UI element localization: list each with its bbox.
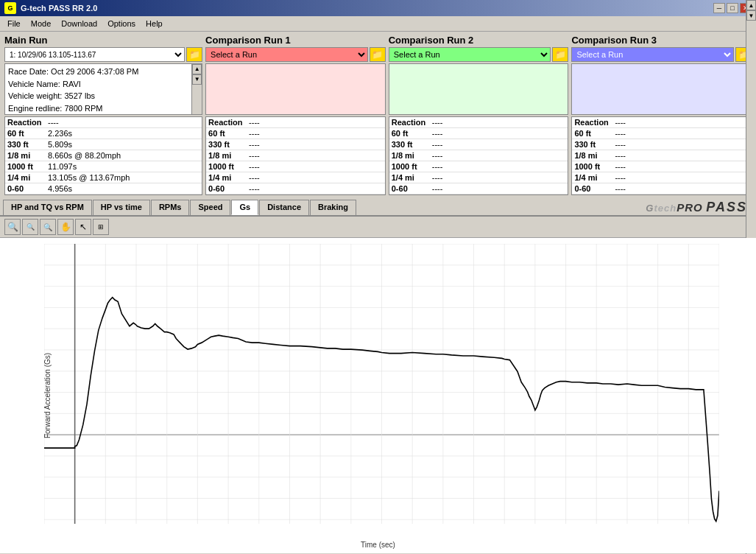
table-row: 1/8 mi---- <box>389 150 568 161</box>
comparison-run-2-folder-button[interactable]: 📁 <box>552 47 568 62</box>
minimize-button[interactable]: ─ <box>713 3 725 13</box>
table-row: 1000 ft---- <box>206 161 385 172</box>
table-row: 330 ft---- <box>206 139 385 150</box>
table-row: 1/4 mi---- <box>206 172 385 183</box>
tab-hp-time[interactable]: HP vs time <box>93 200 150 215</box>
comparison-run-3-stats: Reaction---- 60 ft---- 330 ft---- 1/8 mi… <box>571 116 752 195</box>
table-row: 0-60---- <box>572 183 751 194</box>
menu-file[interactable]: File <box>3 18 25 29</box>
comparison-run-2-dropdown[interactable]: Select a Run <box>389 47 551 62</box>
maximize-button[interactable]: □ <box>727 3 738 13</box>
table-row: 1/4 mi---- <box>389 172 568 183</box>
table-row: 60 ft---- <box>572 128 751 139</box>
main-run-panel: Main Run 1: 10/29/06 13.105-113.67 📁 Rac… <box>4 35 202 195</box>
info-line-5: Fixed shiftpoint: 6000 RPM <box>8 114 199 115</box>
info-line-1: Race Date: Oct 29 2006 4:37:08 PM <box>8 66 199 78</box>
comp3-scroll-up[interactable]: ▲ <box>746 0 756 10</box>
table-row: 1/8 mi---- <box>572 150 751 161</box>
table-row: 1000 ft---- <box>389 161 568 172</box>
title-bar: G G-tech PASS RR 2.0 ─ □ ✕ <box>0 0 756 16</box>
comparison-run-3-title: Comparison Run 3 <box>571 35 752 46</box>
tab-braking[interactable]: Braking <box>310 200 356 215</box>
comparison-run-1-stats: Reaction---- 60 ft---- 330 ft---- 1/8 mi… <box>205 116 386 195</box>
comparison-run-2-panel: Comparison Run 2 Select a Run 📁 ▲ ▼ Reac… <box>389 35 569 195</box>
table-row: 1000 ft11.097s <box>5 161 202 172</box>
x-axis-label: Time (sec) <box>361 541 395 549</box>
comparison-run-1-panel: Comparison Run 1 Select a Run 📁 ▲ ▼ Reac… <box>205 35 386 195</box>
table-row: Reaction---- <box>572 117 751 128</box>
comparison-run-1-selector: Select a Run 📁 <box>205 47 386 62</box>
comparison-run-2-info-box: ▲ ▼ <box>389 63 569 115</box>
tab-bar: HP and TQ vs RPM HP vs time RPMs Speed G… <box>0 198 756 217</box>
menu-bar: File Mode Download Options Help <box>0 16 756 32</box>
main-run-dropdown[interactable]: 1: 10/29/06 13.105-113.67 <box>4 47 185 62</box>
zoom-reset-button[interactable]: 🔍 <box>22 219 38 235</box>
table-row: 60 ft2.236s <box>5 128 202 139</box>
comp3-scroll-down[interactable]: ▼ <box>746 10 756 21</box>
comparison-run-1-dropdown[interactable]: Select a Run <box>205 47 368 62</box>
table-row: Reaction---- <box>206 117 385 128</box>
gtech-logo-text: GtechPRO PASS <box>646 200 747 215</box>
table-row: 1000 ft---- <box>572 161 751 172</box>
table-row: 60 ft---- <box>389 128 568 139</box>
table-row: 0-60---- <box>206 183 385 194</box>
main-content: Main Run 1: 10/29/06 13.105-113.67 📁 Rac… <box>0 32 756 553</box>
cursor-button[interactable]: ↖ <box>75 219 91 235</box>
comparison-run-2-title: Comparison Run 2 <box>389 35 569 46</box>
comparison-run-1-folder-button[interactable]: 📁 <box>370 47 386 62</box>
comparison-run-3-panel: Comparison Run 3 Select a Run 📁 ▲ ▼ Reac… <box>571 35 752 195</box>
table-row: 330 ft---- <box>572 139 751 150</box>
gtech-logo-area: GtechPRO PASS <box>357 200 753 215</box>
comparison-run-1-info-box: ▲ ▼ <box>205 63 386 115</box>
comparison-run-3-selector: Select a Run 📁 <box>571 47 752 62</box>
window-title: G-tech PASS RR 2.0 <box>21 4 97 13</box>
table-row: 1/8 mi8.660s @ 88.20mph <box>5 150 202 161</box>
info-line-4: Engine redline: 7800 RPM <box>8 102 199 115</box>
table-row: 1/4 mi13.105s @ 113.67mph <box>5 172 202 183</box>
info-line-3: Vehicle weight: 3527 lbs <box>8 90 199 102</box>
app-icon: G <box>4 2 16 14</box>
tab-rpms[interactable]: RPMs <box>151 200 190 215</box>
info-scrollbar[interactable]: ▲ ▼ <box>191 64 202 114</box>
info-line-2: Vehicle Name: RAVI <box>8 78 199 91</box>
tab-speed[interactable]: Speed <box>190 200 230 215</box>
comparison-run-1-title: Comparison Run 1 <box>205 35 386 46</box>
tab-hp-tq-rpm[interactable]: HP and TQ vs RPM <box>3 200 92 215</box>
menu-download[interactable]: Download <box>57 18 102 29</box>
info-scroll-up[interactable]: ▲ <box>192 64 202 74</box>
main-run-title: Main Run <box>4 35 202 46</box>
table-row: 0-604.956s <box>5 183 202 194</box>
runs-section: Main Run 1: 10/29/06 13.105-113.67 📁 Rac… <box>0 32 756 198</box>
table-row: 1/4 mi---- <box>572 172 751 183</box>
table-row: 330 ft---- <box>389 139 568 150</box>
chart-area: Forward Acceleration (Gs) Time (sec) <box>0 238 756 553</box>
main-run-info-box: Race Date: Oct 29 2006 4:37:08 PM Vehicl… <box>4 63 202 115</box>
menu-help[interactable]: Help <box>141 18 167 29</box>
table-row: Reaction---- <box>389 117 568 128</box>
chart-svg: 0.90 0.80 0.70 0.60 0.50 0.40 0.30 0.20 … <box>44 244 719 524</box>
comparison-run-2-stats: Reaction---- 60 ft---- 330 ft---- 1/8 mi… <box>389 116 569 195</box>
table-row: 60 ft---- <box>206 128 385 139</box>
main-run-stats: Reaction---- 60 ft2.236s 330 ft5.809s 1/… <box>4 116 202 195</box>
main-run-selector: 1: 10/29/06 13.105-113.67 📁 <box>4 47 202 62</box>
grid-button[interactable]: ⊞ <box>93 219 109 235</box>
info-scroll-down[interactable]: ▼ <box>192 74 202 85</box>
menu-options[interactable]: Options <box>103 18 140 29</box>
table-row: Reaction---- <box>5 117 202 128</box>
tab-gs[interactable]: Gs <box>231 200 258 215</box>
table-row: 1/8 mi---- <box>206 150 385 161</box>
comparison-run-3-dropdown[interactable]: Select a Run <box>571 47 734 62</box>
table-row: 0-60---- <box>389 183 568 194</box>
pan-button[interactable]: ✋ <box>57 219 74 235</box>
chart-toolbar: 🔍 🔍 🔍 ✋ ↖ ⊞ <box>0 217 756 238</box>
comparison-run-3-info-box: ▲ ▼ <box>571 63 752 115</box>
y-axis-label: Forward Acceleration (Gs) <box>43 353 52 438</box>
main-run-folder-button[interactable]: 📁 <box>186 47 202 62</box>
zoom-in-button[interactable]: 🔍 <box>4 219 21 235</box>
comparison-run-2-selector: Select a Run 📁 <box>389 47 569 62</box>
menu-mode[interactable]: Mode <box>27 18 56 29</box>
title-bar-left: G G-tech PASS RR 2.0 <box>4 2 97 14</box>
table-row: 330 ft5.809s <box>5 139 202 150</box>
tab-distance[interactable]: Distance <box>259 200 309 215</box>
zoom-out-button[interactable]: 🔍 <box>40 219 56 235</box>
